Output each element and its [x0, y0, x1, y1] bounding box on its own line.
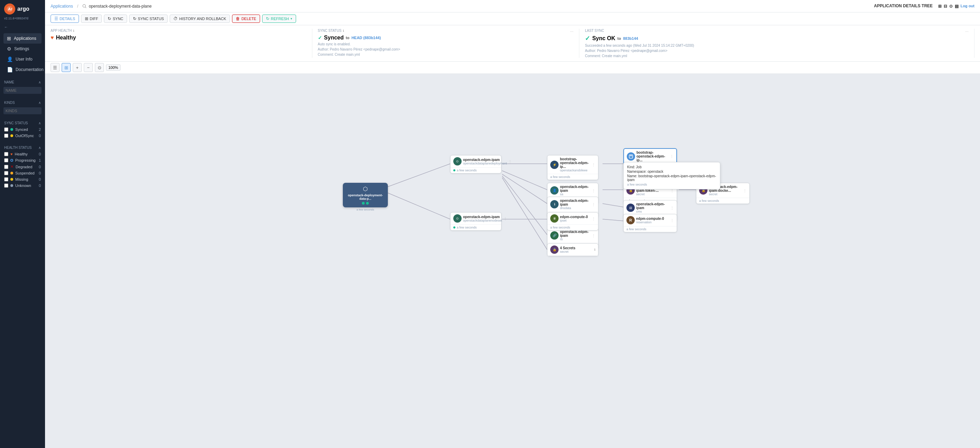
- page-section-title: APPLICATION DETAILS TREE ⊞ ⊟ ⊙ ▤ Log out: [874, 3, 974, 9]
- unknown-checkbox[interactable]: [4, 183, 8, 187]
- health-filter-missing[interactable]: Missing 0: [3, 176, 41, 183]
- back-button[interactable]: ←: [0, 24, 45, 30]
- delete-button[interactable]: 🗑 DELETE: [232, 14, 260, 23]
- node-n6-menu[interactable]: ⋮: [743, 189, 746, 192]
- health-status-filter-title: HEALTH STATUS ∧: [3, 145, 41, 151]
- main-node[interactable]: ⬡ openstack-deployment-data-p... a few s…: [343, 183, 388, 211]
- node-n12-subtitle: ipset: [560, 219, 590, 222]
- sync-head-ref[interactable]: HEAD (883b144): [352, 36, 381, 40]
- graph-view-btn[interactable]: ⊞: [62, 63, 71, 72]
- view-icons: ⊞ ⊟ ⊙ ▤ Log out: [938, 4, 974, 9]
- health-filter-progressing[interactable]: Progressing 1: [3, 157, 41, 164]
- sync-filter-outofsync[interactable]: OutOfSync 0: [3, 133, 41, 139]
- sidebar-item-documentation[interactable]: 📄 Documentation: [3, 64, 41, 75]
- user-icon: 👤: [7, 56, 13, 62]
- node-n1-menu[interactable]: ⋮: [508, 160, 512, 164]
- sync-button[interactable]: ↻ SYNC: [104, 14, 127, 23]
- diff-button[interactable]: ⊞ DIFF: [81, 14, 102, 23]
- synced-check-icon: ✓: [318, 35, 322, 41]
- last-sync-ref[interactable]: 883b144: [623, 37, 638, 41]
- missing-dot: [10, 178, 13, 181]
- node-n6-subtitle: secret: [709, 192, 742, 196]
- node-n5-subtitle: secret: [636, 192, 669, 196]
- node-n1[interactable]: ⊙ openstack-edpm-ipam openstackdataplane…: [450, 155, 501, 173]
- health-filter-degraded[interactable]: ✕ Degraded 0: [3, 164, 41, 170]
- progressing-checkbox[interactable]: [4, 158, 8, 162]
- node-n7-menu[interactable]: ⋮: [592, 203, 595, 207]
- sidebar-item-user-info[interactable]: 👤 User Info: [3, 54, 41, 64]
- refresh-button[interactable]: ↻ REFRESH ▾: [262, 14, 296, 23]
- tree-view-icon[interactable]: ⊞: [938, 4, 942, 9]
- main-node-icons: ⬡: [363, 186, 368, 192]
- node-n11[interactable]: ⊙ openstack-edpm-ipam openstackdataplane…: [450, 212, 501, 230]
- health-heart-icon: ♥: [51, 35, 54, 41]
- sidebar-item-label: Settings: [14, 46, 29, 51]
- history-button[interactable]: ⏱ HISTORY AND ROLLBACK: [170, 14, 230, 23]
- diagram-inner: ⬡ openstack-deployment-data-p... a few s…: [305, 84, 720, 292]
- name-filter-toggle[interactable]: ∧: [38, 80, 41, 84]
- last-sync-more-btn[interactable]: …: [965, 29, 969, 33]
- sync-status-more-btn[interactable]: …: [570, 29, 573, 33]
- zoom-out-btn[interactable]: −: [84, 63, 93, 72]
- degraded-checkbox[interactable]: [4, 165, 8, 169]
- missing-checkbox[interactable]: [4, 177, 8, 181]
- node-n9-menu[interactable]: ⋮: [592, 234, 595, 238]
- node-n2[interactable]: ⚡ bootstrap-openstack-edpm-ip... opensta…: [547, 155, 598, 180]
- sync-status-panel: SYNC STATUS ℹ … ✓ Synced to HEAD (883b14…: [312, 29, 580, 58]
- synced-checkbox[interactable]: [4, 127, 8, 132]
- node-n8-subtitle: cms: [636, 210, 669, 213]
- sidebar-item-applications[interactable]: ⊞ Applications: [3, 33, 41, 44]
- kinds-filter-input[interactable]: [3, 107, 41, 114]
- breadcrumb-applications[interactable]: Applications: [51, 4, 73, 9]
- outofsync-checkbox[interactable]: [4, 133, 8, 138]
- unknown-label: Unknown: [15, 183, 31, 187]
- app-version: v2.11.6+089247d: [0, 17, 45, 24]
- argo-logo-icon: Ar: [4, 3, 15, 14]
- node-n6-footer: a few seconds: [697, 198, 749, 203]
- sync-filter-synced[interactable]: Synced 2: [3, 126, 41, 133]
- node-n2-menu[interactable]: ⋮: [592, 163, 595, 167]
- node-n11-footer: a few seconds: [450, 225, 501, 230]
- node-n13[interactable]: R edpm-compute-0 reservation ⋮ a few sec…: [623, 214, 677, 232]
- node-n4-menu[interactable]: ⋮: [592, 189, 595, 192]
- suspended-checkbox[interactable]: [4, 171, 8, 175]
- main-content: Applications / openstack-deployment-data…: [45, 0, 980, 448]
- node-n12-menu[interactable]: ⋮: [592, 217, 595, 221]
- main-node-time: a few seconds: [343, 208, 388, 211]
- health-filter-healthy[interactable]: ♥ Healthy 0: [3, 151, 41, 157]
- details-button[interactable]: ☰ DETAILS: [51, 14, 79, 23]
- main-node-icon: ⬡: [363, 186, 368, 192]
- fit-btn[interactable]: ⊙: [95, 63, 104, 72]
- node-n10[interactable]: 🔒 4 Secrets secret ℹ: [547, 243, 598, 256]
- node-n2-header: ⚡ bootstrap-openstack-edpm-ip... opensta…: [547, 156, 598, 174]
- kinds-filter-toggle[interactable]: ∧: [38, 101, 41, 105]
- sidebar-item-settings[interactable]: ⚙ Settings: [3, 44, 41, 54]
- healthy-checkbox[interactable]: [4, 152, 8, 156]
- node-n1-icon: ⊙: [453, 157, 461, 165]
- health-filter-suspended[interactable]: Suspended 0: [3, 170, 41, 176]
- node-n11-menu[interactable]: ⋮: [503, 217, 507, 221]
- logout-button[interactable]: Log out: [961, 4, 974, 9]
- diagram-canvas[interactable]: ⬡ openstack-deployment-data-p... a few s…: [45, 74, 980, 448]
- sync-status-toggle[interactable]: ∧: [38, 121, 41, 125]
- node-n12[interactable]: 🖥 edpm-compute-0 ipset ⋮ a few seconds: [547, 212, 598, 230]
- list-view-btn[interactable]: ☰: [51, 63, 60, 72]
- sync-status-button[interactable]: ↻ SYNC STATUS: [129, 14, 168, 23]
- main-dot-1: [362, 202, 364, 205]
- table-view-icon[interactable]: ▤: [955, 4, 959, 9]
- health-filter-unknown[interactable]: Unknown 0: [3, 183, 41, 189]
- health-status-toggle[interactable]: ∧: [38, 146, 41, 149]
- node-n13-menu[interactable]: ⋮: [670, 218, 674, 222]
- node-n8-menu[interactable]: ⋮: [670, 206, 674, 210]
- node-n12-header: 🖥 edpm-compute-0 ipset ⋮: [547, 213, 598, 225]
- breadcrumb-current: openstack-deployment-data-plane: [83, 4, 152, 9]
- list-view-icon[interactable]: ⊟: [943, 4, 947, 9]
- zoom-in-btn[interactable]: +: [73, 63, 82, 72]
- last-sync-panel: LAST SYNC … ✓ Sync OK to 883b144 Succeed…: [579, 29, 974, 58]
- name-filter-input[interactable]: [3, 87, 41, 94]
- node-n1-footer: a few seconds: [450, 168, 501, 173]
- node-n2-icon: ⚡: [550, 160, 558, 169]
- node-n13-icon: R: [627, 216, 635, 224]
- node-n3-menu[interactable]: ⋮: [670, 154, 673, 158]
- node-view-icon[interactable]: ⊙: [949, 4, 953, 9]
